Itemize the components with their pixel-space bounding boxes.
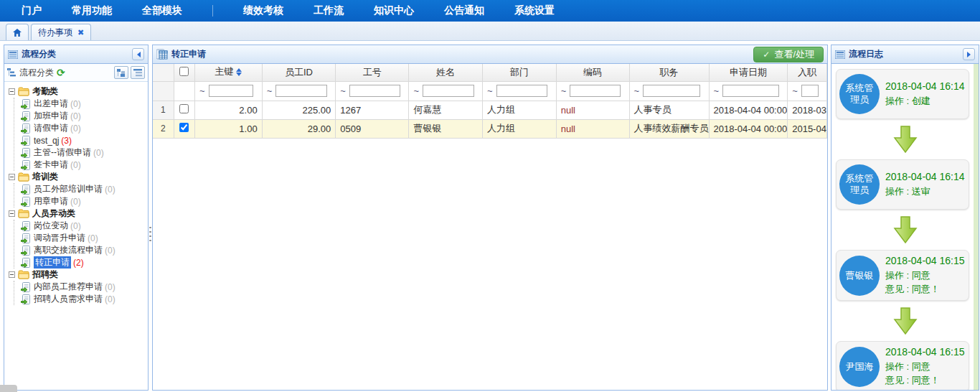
row-checkbox[interactable]	[179, 123, 189, 132]
nav-item-3[interactable]: 全部模块	[142, 4, 182, 17]
refresh-icon[interactable]: ⟳	[57, 67, 65, 78]
column-header-2[interactable]: 员工ID	[262, 64, 336, 81]
tree-leaf-item[interactable]: 出差申请(0)	[21, 98, 146, 110]
collapse-right-button[interactable]	[963, 48, 975, 60]
tree-leaf-item[interactable]: 转正申请(2)	[21, 256, 146, 269]
nav-item-5[interactable]: 工作流	[314, 4, 344, 17]
filter-input-3[interactable]	[349, 85, 400, 97]
process-log-panel: 流程日志 系统管理员2018-04-04 16:14操作 : 创建系统管理员20…	[831, 45, 979, 391]
cell: 2.00	[194, 101, 262, 119]
cell: 人力组	[483, 101, 557, 119]
pending-count-badge: (0)	[105, 185, 116, 195]
rownum-header	[153, 64, 174, 81]
tree-leaf-label: 转正申请	[34, 256, 71, 269]
tree-leaf-item[interactable]: 调动晋升申请(0)	[21, 232, 146, 244]
document-arrow-icon	[21, 111, 31, 121]
tree-leaf-item[interactable]: 签卡申请(0)	[21, 159, 146, 171]
log-scrollbar[interactable]	[974, 64, 979, 390]
filter-input-5[interactable]	[496, 85, 548, 97]
layout-corner-handle[interactable]	[0, 385, 17, 392]
filter-input-2[interactable]	[275, 85, 327, 97]
tree-leaf-item[interactable]: 招聘人员需求申请(0)	[21, 293, 146, 305]
tree-leaf-item[interactable]: 岗位变动(0)	[21, 220, 146, 232]
nav-item-6[interactable]: 知识中心	[374, 4, 414, 17]
nav-item-2[interactable]: 常用功能	[72, 4, 112, 17]
tree-children: 出差申请(0)加班申请(0)请假申请(0)test_qj(3)主管--请假申请(…	[14, 98, 146, 171]
tab-label: 待办事项	[38, 27, 72, 39]
tree-leaf-item[interactable]: test_qj(3)	[21, 134, 146, 146]
filter-cell-6: ~	[556, 81, 629, 101]
tab-todo-items[interactable]: 待办事项 ✖	[31, 24, 91, 40]
range-tilde: ~	[714, 85, 720, 96]
tree-leaf-item[interactable]: 内部员工推荐申请(0)	[21, 281, 146, 293]
column-header-9[interactable]: 入职	[788, 64, 827, 81]
collapse-node-icon[interactable]	[9, 88, 15, 95]
range-tilde: ~	[561, 85, 567, 96]
collapse-tree-icon	[133, 69, 142, 77]
tree-group-4[interactable]: 招聘类	[9, 269, 146, 281]
row-checkbox[interactable]	[179, 104, 189, 113]
column-header-7[interactable]: 职务	[629, 64, 709, 81]
nav-item-7[interactable]: 公告通知	[444, 4, 484, 17]
tree-leaf-item[interactable]: 用章申请(0)	[21, 195, 146, 207]
column-header-1[interactable]: 主键	[194, 64, 262, 81]
column-header-3[interactable]: 工号	[336, 64, 409, 81]
table-row[interactable]: 12.00225.001267何嘉慧人力组null人事专员2018-04-04 …	[153, 101, 827, 119]
tree-leaf-label: 加班申请	[34, 110, 68, 122]
tree-toolbar: 流程分类 ⟳	[4, 64, 148, 82]
cell: 0509	[336, 119, 409, 138]
expand-tree-button[interactable]	[114, 66, 128, 79]
collapse-node-icon[interactable]	[9, 174, 15, 180]
filter-input-4[interactable]	[423, 85, 474, 97]
column-header-4[interactable]: 姓名	[409, 64, 483, 81]
row-number: 1	[153, 101, 174, 119]
nav-separator	[212, 5, 213, 17]
tree-children: 岗位变动(0)调动晋升申请(0)离职交接流程申请(0)转正申请(2)	[14, 220, 146, 269]
collapse-node-icon[interactable]	[9, 271, 15, 278]
filter-input-7[interactable]	[643, 85, 700, 97]
tree-leaf-label: 请假申请	[34, 122, 68, 134]
column-header-5[interactable]: 部门	[483, 64, 557, 81]
log-action-line: 操作 : 同意	[885, 360, 965, 373]
pending-count-badge: (0)	[70, 221, 81, 231]
tree-leaf-item[interactable]: 离职交接流程申请(0)	[21, 244, 146, 256]
view-process-button[interactable]: ✓ 查看/处理	[753, 47, 824, 62]
pending-count-badge: (0)	[70, 111, 81, 121]
filter-input-1[interactable]	[209, 85, 254, 97]
pending-count-badge: (0)	[93, 148, 104, 158]
pending-count-badge: (0)	[105, 282, 116, 292]
column-header-8[interactable]: 申请日期	[709, 64, 788, 81]
filter-input-6[interactable]	[570, 85, 621, 97]
collapse-tree-button[interactable]	[131, 66, 145, 79]
collapse-node-icon[interactable]	[9, 210, 15, 217]
close-icon[interactable]: ✖	[77, 29, 84, 37]
tree-group-3[interactable]: 人员异动类	[9, 207, 146, 220]
nav-item-4[interactable]: 绩效考核	[243, 4, 283, 17]
cell: null	[556, 119, 629, 138]
filter-input-8[interactable]	[722, 85, 779, 97]
tree-group-1[interactable]: 考勤类	[9, 85, 146, 98]
tree-leaf-item[interactable]: 请假申请(0)	[21, 122, 146, 134]
log-action-line: 意见 : 同意！	[885, 282, 965, 296]
nav-item-1[interactable]: 门户	[22, 4, 42, 17]
pending-count-badge: (2)	[73, 258, 84, 268]
log-info: 2018-04-04 16:14操作 : 送审	[885, 171, 965, 198]
tab-home[interactable]	[6, 24, 29, 40]
select-all-checkbox[interactable]	[179, 67, 189, 76]
table-row[interactable]: 21.0029.000509曹银银人力组null人事绩效薪酬专员2018-04-…	[153, 119, 827, 138]
collapse-left-button[interactable]	[132, 48, 144, 60]
filter-input-9[interactable]	[801, 85, 819, 97]
column-header-6[interactable]: 编码	[556, 64, 629, 81]
tree-leaf-label: 签卡申请	[34, 159, 68, 171]
tree-leaf-item[interactable]: 主管--请假申请(0)	[21, 146, 146, 159]
nav-item-8[interactable]: 系统设置	[514, 4, 555, 17]
tree-leaf-label: 内部员工推荐申请	[34, 281, 103, 293]
pending-count-badge: (0)	[70, 197, 81, 207]
tree-group-2[interactable]: 培训类	[9, 171, 146, 183]
tree-leaf-item[interactable]: 加班申请(0)	[21, 110, 146, 122]
tab-bar: 待办事项 ✖	[0, 22, 980, 41]
sort-icon[interactable]	[236, 65, 242, 79]
document-arrow-icon	[21, 160, 31, 170]
tree-leaf-item[interactable]: 员工外部培训申请(0)	[21, 183, 146, 195]
range-tilde: ~	[487, 85, 493, 96]
